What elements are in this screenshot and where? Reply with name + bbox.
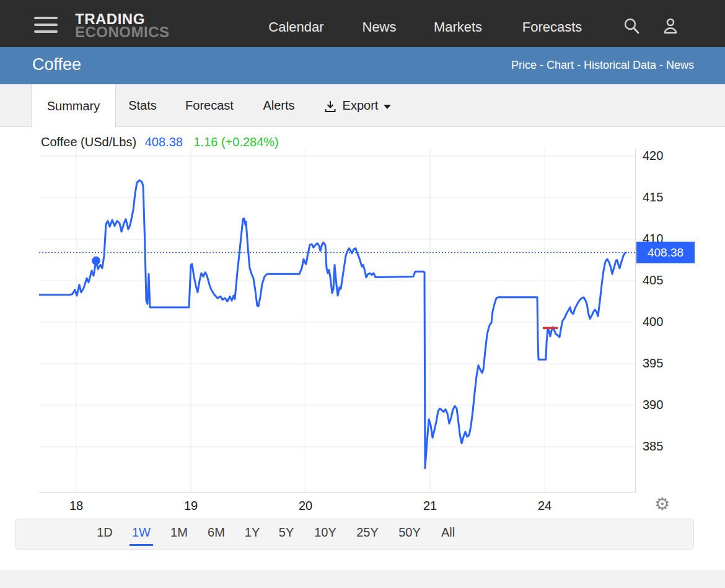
- tab-alerts[interactable]: Alerts: [251, 84, 307, 127]
- quote-change: 1.16 (+0.284%): [193, 135, 278, 149]
- price-line: [39, 180, 626, 468]
- tab-strip: SummaryStatsForecastAlerts Export: [0, 84, 725, 127]
- quote-header: Coffee (USd/Lbs) 408.38 1.16 (+0.284%): [41, 135, 279, 149]
- x-tick-19: 19: [184, 499, 198, 513]
- current-price-badge: 408.38: [636, 242, 695, 263]
- range-5y[interactable]: 5Y: [276, 525, 296, 544]
- page: TRADING ECONOMICS CalendarNewsMarketsFor…: [0, 0, 725, 588]
- x-tick-21: 21: [423, 499, 437, 513]
- nav-link-news[interactable]: News: [362, 19, 396, 35]
- nav-link-markets[interactable]: Markets: [434, 19, 482, 35]
- range-25y[interactable]: 25Y: [354, 525, 381, 544]
- y-tick-405: 405: [643, 273, 686, 287]
- footer-band: [0, 570, 725, 588]
- x-tick-24: 24: [538, 499, 551, 513]
- range-1w[interactable]: 1W: [130, 525, 153, 546]
- quote-price: 408.38: [145, 135, 183, 149]
- commodity-header: Coffee Price - Chart - Historical Data -…: [0, 47, 725, 84]
- range-1y[interactable]: 1Y: [242, 525, 262, 544]
- chart-settings-gear-icon[interactable]: ⚙: [654, 494, 670, 514]
- logo-line2: ECONOMICS: [75, 25, 170, 38]
- nav-link-calendar[interactable]: Calendar: [268, 19, 323, 35]
- y-tick-420: 420: [643, 149, 686, 163]
- y-tick-385: 385: [643, 439, 686, 454]
- tab-export[interactable]: Export: [307, 84, 406, 127]
- page-title: Coffee: [32, 55, 81, 74]
- quote-name: Coffee (USd/Lbs): [41, 135, 136, 149]
- data-point-marker: [92, 257, 100, 265]
- x-tick-20: 20: [299, 499, 312, 513]
- download-icon: [323, 99, 338, 114]
- y-tick-415: 415: [643, 190, 686, 204]
- nav-link-forecasts[interactable]: Forecasts: [522, 19, 582, 35]
- user-account-icon[interactable]: [661, 17, 680, 35]
- header-section-links[interactable]: Price - Chart - Historical Data - News: [511, 59, 694, 72]
- tab-summary[interactable]: Summary: [31, 84, 116, 128]
- hamburger-menu-icon[interactable]: [34, 17, 58, 33]
- y-tick-390: 390: [643, 398, 686, 412]
- top-nav: TRADING ECONOMICS CalendarNewsMarketsFor…: [0, 0, 725, 47]
- price-line-chart[interactable]: [39, 149, 636, 493]
- chevron-down-icon: [384, 105, 391, 109]
- range-6m[interactable]: 6M: [205, 525, 227, 544]
- range-all[interactable]: All: [439, 525, 457, 544]
- range-50y[interactable]: 50Y: [396, 525, 423, 544]
- x-tick-18: 18: [69, 499, 83, 513]
- tab-stats[interactable]: Stats: [118, 84, 167, 127]
- chart-section: Coffee (USd/Lbs) 408.38 1.16 (+0.284%) 4…: [0, 127, 725, 517]
- y-tick-395: 395: [643, 356, 686, 371]
- range-1d[interactable]: 1D: [94, 525, 115, 544]
- tab-export-label: Export: [343, 99, 379, 113]
- range-10y[interactable]: 10Y: [312, 525, 339, 544]
- search-icon[interactable]: [622, 17, 641, 35]
- logo[interactable]: TRADING ECONOMICS: [75, 12, 170, 38]
- tab-forecast[interactable]: Forecast: [172, 84, 247, 127]
- range-1m[interactable]: 1M: [168, 525, 190, 544]
- y-tick-400: 400: [643, 315, 686, 329]
- range-selector-bar: 1D1W1M6M1Y5Y10Y25Y50YAll: [15, 519, 694, 550]
